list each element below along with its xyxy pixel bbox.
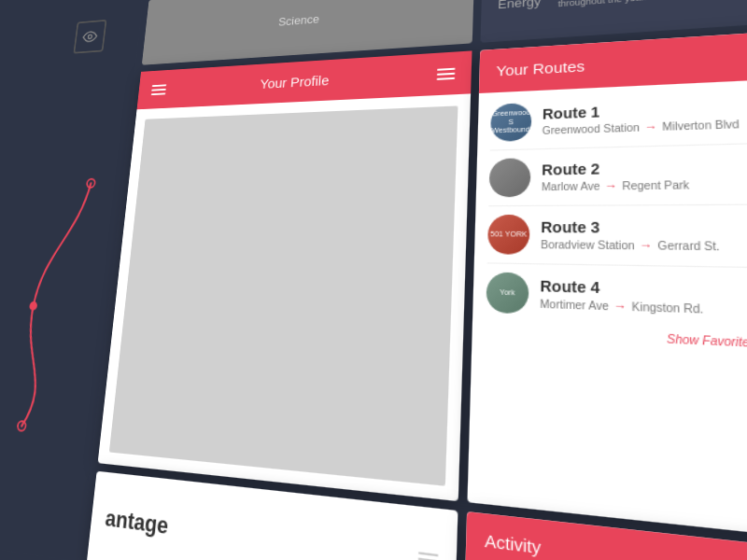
route-2-stops: Marlow Ave → Regent Park xyxy=(542,176,747,192)
eye-icon[interactable] xyxy=(73,20,106,54)
route-item-3[interactable]: 501 YORK Route 3 Boradview Station → Ger… xyxy=(474,205,747,268)
route-2-from: Marlow Ave xyxy=(542,180,600,192)
svg-point-2 xyxy=(29,301,37,311)
profile-panel: Your Profile xyxy=(98,50,472,501)
route-1-from: Greenwood Station xyxy=(543,121,640,135)
route-item-2[interactable]: Route 2 Marlow Ave → Regent Park ♡ xyxy=(476,143,747,205)
route-3-thumb: 501 YORK xyxy=(487,215,530,255)
route-4-thumb: York xyxy=(486,272,529,314)
route-2-thumb xyxy=(488,158,530,197)
route-4-stops: Mortimer Ave → Kingston Rd. xyxy=(540,297,747,318)
route-2-thumb-text xyxy=(508,175,513,179)
bottom-menu-icon[interactable] xyxy=(417,552,438,560)
route-1-thumb: Greenwood SWestbound xyxy=(490,103,531,142)
route-4-thumb-text: York xyxy=(498,286,517,300)
routes-panel: Your Routes Greenwood SWestbound Route 1 xyxy=(467,31,747,539)
svg-point-0 xyxy=(88,35,92,39)
route-item-1[interactable]: Greenwood SWestbound Route 1 Greenwood S… xyxy=(477,83,747,150)
menu-icon-right[interactable] xyxy=(437,67,456,79)
scene: Science Energy activity and tracked thro… xyxy=(0,0,747,560)
route-1-to: Milverton Blvd xyxy=(662,118,740,132)
menu-icon[interactable] xyxy=(151,84,167,95)
route-2-to: Regent Park xyxy=(622,178,689,191)
arrow-icon-4: → xyxy=(613,299,627,313)
route-3-thumb-text: 501 YORK xyxy=(488,228,529,241)
route-3-info: Route 3 Boradview Station → Gerrard St. xyxy=(541,218,747,253)
route-1-thumb-text: Greenwood SWestbound xyxy=(490,107,531,138)
percentage-label: antage xyxy=(104,505,169,540)
route-3-stops: Boradview Station → Gerrard St. xyxy=(541,238,747,254)
route-2-name: Route 2 xyxy=(542,157,747,178)
grid-layout: Science Energy activity and tracked thro… xyxy=(0,0,747,560)
arrow-icon-3: → xyxy=(640,238,653,251)
arrow-icon-2: → xyxy=(605,179,618,192)
arrow-icon-1: → xyxy=(644,120,657,133)
top-right-label: Energy xyxy=(498,0,541,11)
activity-title: Activity xyxy=(485,530,542,557)
route-3-from: Boradview Station xyxy=(541,238,635,251)
route-4-info: Route 4 Mortimer Ave → Kingston Rd. xyxy=(540,277,747,318)
route-1-info: Route 1 Greenwood Station → Milverton Bl… xyxy=(543,96,747,136)
route-2-info: Route 2 Marlow Ave → Regent Park xyxy=(542,157,747,193)
route-3-to: Gerrard St. xyxy=(657,239,720,252)
routes-title: Your Routes xyxy=(496,58,585,79)
route-4-from: Mortimer Ave xyxy=(540,298,609,312)
route-4-to: Kingston Rd. xyxy=(631,301,703,315)
profile-body xyxy=(109,105,458,485)
top-center-label: Science xyxy=(278,12,320,28)
profile-title: Your Profile xyxy=(260,73,330,91)
route-3-name: Route 3 xyxy=(541,218,747,237)
routes-list: Greenwood SWestbound Route 1 Greenwood S… xyxy=(467,78,747,539)
top-right-text: activity and tracked throughout the year… xyxy=(558,0,692,8)
